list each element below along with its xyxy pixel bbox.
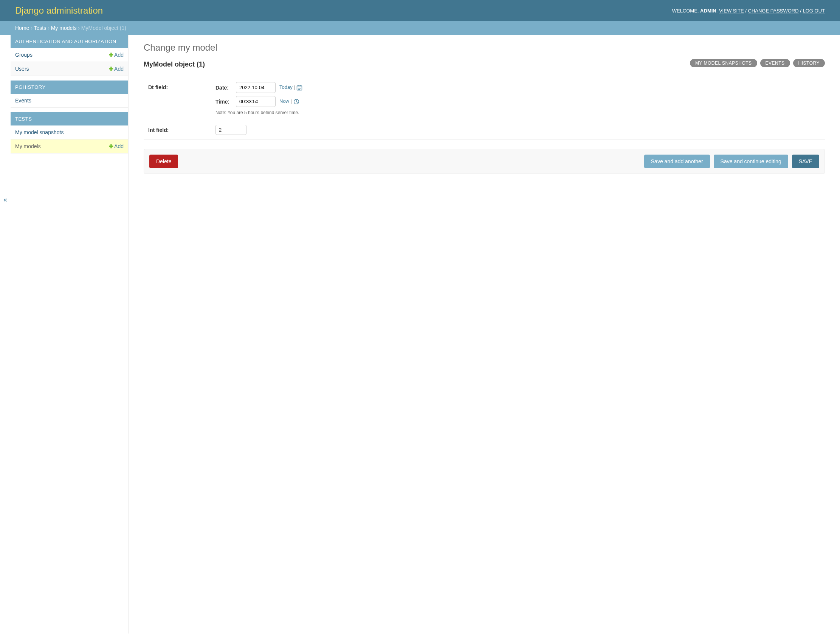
app-label: TESTS xyxy=(11,112,128,125)
plus-icon: ✚ xyxy=(109,66,114,72)
clock-icon[interactable] xyxy=(294,99,299,105)
add-my-model-link[interactable]: ✚Add xyxy=(109,143,124,149)
plus-icon: ✚ xyxy=(109,143,114,149)
header: Django administration WELCOME, ADMIN. VI… xyxy=(0,0,840,21)
int-field-input[interactable] xyxy=(215,125,246,135)
app-label: AUTHENTICATION AND AUTHORIZATION xyxy=(11,35,128,48)
today-link[interactable]: Today xyxy=(279,84,293,90)
sidebar-link-groups[interactable]: Groups xyxy=(15,52,33,58)
add-user-link[interactable]: ✚Add xyxy=(109,66,124,72)
tool-snapshots[interactable]: MY MODEL SNAPSHOTS xyxy=(690,59,757,67)
app-module-auth: AUTHENTICATION AND AUTHORIZATION Groups … xyxy=(11,35,128,76)
save-button[interactable]: SAVE xyxy=(792,155,819,168)
nav-sidebar: « AUTHENTICATION AND AUTHORIZATION Group… xyxy=(11,35,128,633)
date-label: Date: xyxy=(215,85,232,91)
app-module-tests: TESTS My model snapshots My models ✚Add xyxy=(11,112,128,153)
int-field-label: Int field: xyxy=(144,125,215,133)
welcome-text: WELCOME, xyxy=(672,8,700,14)
now-link[interactable]: Now xyxy=(279,98,289,104)
tool-events[interactable]: EVENTS xyxy=(760,59,790,67)
change-password-link[interactable]: CHANGE PASSWORD xyxy=(748,8,799,14)
save-continue-button[interactable]: Save and continue editing xyxy=(714,155,788,168)
breadcrumb-home[interactable]: Home xyxy=(15,25,29,31)
submit-row: Delete Save and add another Save and con… xyxy=(144,149,825,174)
row-dt-field: Dt field: Date: Today | Time: xyxy=(144,77,825,120)
breadcrumb-model[interactable]: My models xyxy=(51,25,77,31)
svg-rect-6 xyxy=(300,88,301,88)
tool-history[interactable]: HISTORY xyxy=(793,59,825,67)
row-int-field: Int field: xyxy=(144,120,825,140)
sidebar-item-users: Users ✚Add xyxy=(11,62,128,76)
site-name: Django administration xyxy=(15,5,103,16)
sidebar-link-snapshots[interactable]: My model snapshots xyxy=(15,129,63,135)
sidebar-item-snapshots: My model snapshots xyxy=(11,125,128,139)
sidebar-link-my-models[interactable]: My models xyxy=(15,143,41,149)
app-label: PGHISTORY xyxy=(11,81,128,94)
object-tools: MY MODEL SNAPSHOTS EVENTS HISTORY xyxy=(690,59,825,67)
app-module-pghistory: PGHISTORY Events xyxy=(11,81,128,108)
sidebar-item-groups: Groups ✚Add xyxy=(11,48,128,62)
svg-rect-7 xyxy=(298,89,298,90)
toggle-sidebar-icon[interactable]: « xyxy=(2,196,9,203)
sidebar-link-users[interactable]: Users xyxy=(15,66,29,72)
save-add-another-button[interactable]: Save and add another xyxy=(644,155,710,168)
sidebar-link-events[interactable]: Events xyxy=(15,98,32,104)
date-input[interactable] xyxy=(236,82,276,93)
change-form: Dt field: Date: Today | Time: xyxy=(144,77,825,174)
calendar-icon[interactable] xyxy=(296,85,302,91)
view-site-link[interactable]: VIEW SITE xyxy=(719,8,744,14)
logout-link[interactable]: LOG OUT xyxy=(802,8,825,14)
plus-icon: ✚ xyxy=(109,52,114,58)
time-input[interactable] xyxy=(236,96,276,107)
username: ADMIN xyxy=(700,8,716,14)
add-group-link[interactable]: ✚Add xyxy=(109,52,124,58)
sidebar-item-my-models: My models ✚Add xyxy=(11,139,128,153)
content: Change my model MyModel object (1) MY MO… xyxy=(128,35,840,633)
site-name-link[interactable]: Django administration xyxy=(15,5,103,16)
breadcrumbs: Home › Tests › My models › MyModel objec… xyxy=(0,21,840,35)
user-tools: WELCOME, ADMIN. VIEW SITE / CHANGE PASSW… xyxy=(672,8,825,14)
breadcrumb-app[interactable]: Tests xyxy=(34,25,46,31)
sidebar-item-events: Events xyxy=(11,94,128,108)
delete-button[interactable]: Delete xyxy=(149,155,178,168)
breadcrumb-current: MyModel object (1) xyxy=(81,25,126,31)
dt-field-label: Dt field: xyxy=(144,82,215,90)
object-title: MyModel object (1) xyxy=(144,60,205,68)
svg-rect-4 xyxy=(298,88,298,88)
timezone-note: Note: You are 5 hours behind server time… xyxy=(215,110,825,115)
page-title: Change my model xyxy=(144,42,825,53)
svg-rect-5 xyxy=(299,88,300,88)
svg-rect-8 xyxy=(299,89,300,90)
time-label: Time: xyxy=(215,99,232,105)
